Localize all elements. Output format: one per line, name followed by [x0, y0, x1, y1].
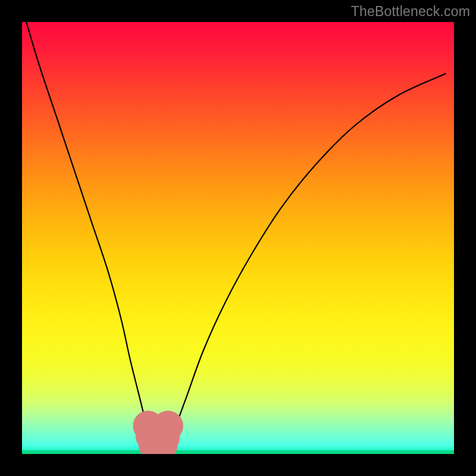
chart-frame: TheBottleneck.com [0, 0, 476, 476]
plot-area [22, 22, 454, 454]
bottleneck-curve [26, 22, 445, 450]
curve-markers [133, 411, 183, 454]
curve-marker [153, 411, 183, 441]
curve-svg [22, 22, 454, 454]
watermark-text: TheBottleneck.com [351, 4, 470, 20]
